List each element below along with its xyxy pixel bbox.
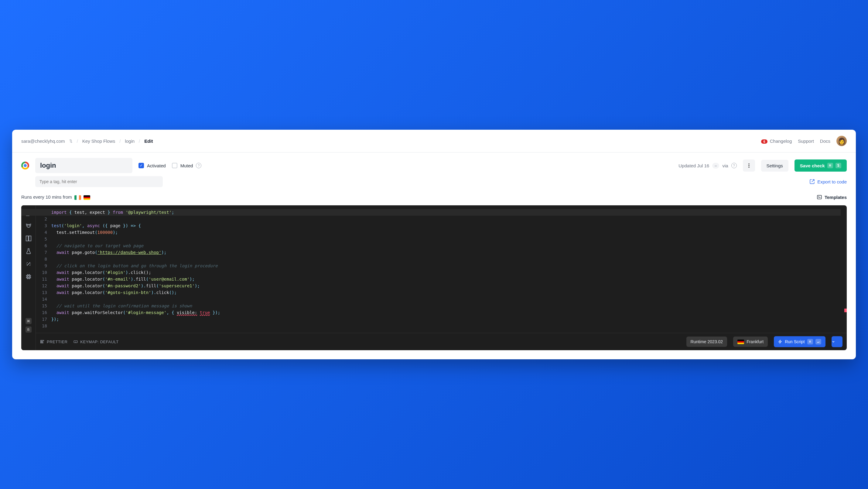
breadcrumb-current: Edit bbox=[144, 139, 153, 144]
flag-germany-icon bbox=[84, 195, 90, 200]
svg-rect-13 bbox=[41, 341, 42, 342]
breadcrumb-sep: / bbox=[139, 139, 140, 144]
tags-input[interactable] bbox=[35, 176, 163, 187]
breadcrumb-sep: / bbox=[77, 139, 78, 144]
kbd-enter: ↵ bbox=[815, 339, 821, 344]
keymap-button[interactable]: Keymap: Default bbox=[73, 340, 119, 344]
support-link[interactable]: Support bbox=[798, 139, 814, 144]
code-editor: ⌘ B 123456789101112131415161718 import {… bbox=[21, 205, 847, 350]
svg-point-6 bbox=[27, 225, 28, 225]
svg-rect-14 bbox=[41, 342, 43, 343]
breadcrumb-group[interactable]: Key Shop Flows bbox=[82, 139, 115, 144]
kbd-cmd: ⌘ bbox=[807, 339, 813, 344]
kbd-b-icon[interactable]: B bbox=[26, 327, 32, 333]
prettier-icon bbox=[40, 340, 44, 344]
help-icon[interactable]: ? bbox=[731, 163, 737, 168]
check-name-input[interactable] bbox=[35, 158, 132, 173]
check-header: ✓ Activated Muted ? Updated Jul 16 – via… bbox=[12, 152, 856, 176]
export-icon bbox=[809, 179, 815, 184]
breadcrumb-account[interactable]: sara@checklyhq.com bbox=[21, 139, 65, 144]
code-content[interactable]: import { test, expect } from '@playwrigh… bbox=[51, 209, 847, 329]
kbd-cmd: ⌘ bbox=[827, 163, 833, 168]
breadcrumb-sep: / bbox=[119, 139, 121, 144]
prettier-button[interactable]: Prettier bbox=[40, 340, 67, 344]
svg-rect-8 bbox=[26, 236, 28, 241]
kbd-cmd-icon[interactable]: ⌘ bbox=[26, 318, 32, 324]
breadcrumb: sara@checklyhq.com ⇅ / Key Shop Flows / … bbox=[21, 139, 153, 144]
dots-vertical-icon bbox=[746, 163, 752, 168]
chrome-icon bbox=[21, 161, 29, 170]
updated-meta: Updated Jul 16 – via ? bbox=[679, 163, 737, 169]
breadcrumb-check[interactable]: login bbox=[125, 139, 134, 144]
flask-icon[interactable] bbox=[25, 248, 32, 254]
run-dropdown-button[interactable] bbox=[832, 336, 842, 347]
svg-rect-12 bbox=[41, 340, 44, 341]
flag-germany-icon bbox=[737, 340, 744, 344]
activated-label: Activated bbox=[147, 163, 166, 168]
svg-rect-10 bbox=[27, 275, 30, 278]
muted-label: Muted bbox=[180, 163, 193, 168]
topbar: sara@checklyhq.com ⇅ / Key Shop Flows / … bbox=[12, 130, 856, 152]
kbd-s: S bbox=[836, 163, 841, 168]
svg-point-1 bbox=[748, 165, 749, 166]
line-numbers: 123456789101112131415161718 bbox=[36, 209, 51, 329]
muted-checkbox[interactable] bbox=[172, 163, 177, 168]
save-check-button[interactable]: Save check ⌘ S bbox=[795, 159, 847, 172]
templates-link[interactable]: Templates bbox=[817, 194, 847, 200]
docs-link[interactable]: Docs bbox=[820, 139, 830, 144]
changelog-link[interactable]: 6 Changelog bbox=[761, 139, 792, 144]
editor-sidebar: ⌘ B bbox=[21, 205, 36, 350]
layout-icon[interactable] bbox=[25, 235, 32, 242]
chevron-down-icon bbox=[832, 340, 835, 343]
cpu-icon[interactable] bbox=[25, 273, 32, 280]
account-switcher-icon[interactable]: ⇅ bbox=[69, 139, 72, 143]
avatar[interactable] bbox=[836, 136, 847, 146]
lightning-icon bbox=[778, 340, 782, 344]
more-menu-button[interactable] bbox=[743, 159, 755, 172]
runtime-button[interactable]: Runtime 2023.02 bbox=[686, 337, 727, 347]
svg-point-0 bbox=[748, 163, 749, 164]
svg-rect-11 bbox=[28, 276, 29, 278]
help-icon[interactable]: ? bbox=[196, 163, 202, 168]
flag-ireland-icon bbox=[74, 195, 81, 200]
svg-point-2 bbox=[748, 167, 749, 167]
settings-button[interactable]: Settings bbox=[761, 160, 788, 172]
editor-footer: Prettier Keymap: Default Runtime 2023.02… bbox=[36, 333, 847, 350]
mask-icon[interactable] bbox=[25, 222, 32, 229]
app-window: sara@checklyhq.com ⇅ / Key Shop Flows / … bbox=[12, 130, 856, 359]
topnav: 6 Changelog Support Docs bbox=[761, 136, 847, 146]
svg-point-7 bbox=[29, 225, 29, 225]
export-to-code-link[interactable]: Export to code bbox=[809, 179, 847, 184]
location-button[interactable]: Frankfurt bbox=[733, 337, 768, 347]
error-marker[interactable] bbox=[844, 309, 847, 312]
updated-by-pill: – bbox=[712, 163, 719, 169]
keyboard-icon bbox=[73, 340, 78, 344]
activated-checkbox[interactable]: ✓ bbox=[138, 163, 144, 168]
schedule-text: Runs every 10 mins from bbox=[21, 194, 90, 200]
templates-icon bbox=[817, 194, 822, 200]
code-area[interactable]: 123456789101112131415161718 import { tes… bbox=[36, 205, 847, 333]
wand-icon[interactable] bbox=[25, 261, 32, 267]
svg-rect-9 bbox=[29, 236, 31, 241]
changelog-badge: 6 bbox=[761, 140, 767, 144]
svg-rect-15 bbox=[74, 341, 78, 343]
run-script-button[interactable]: Run Script ⌘ ↵ bbox=[774, 336, 826, 347]
